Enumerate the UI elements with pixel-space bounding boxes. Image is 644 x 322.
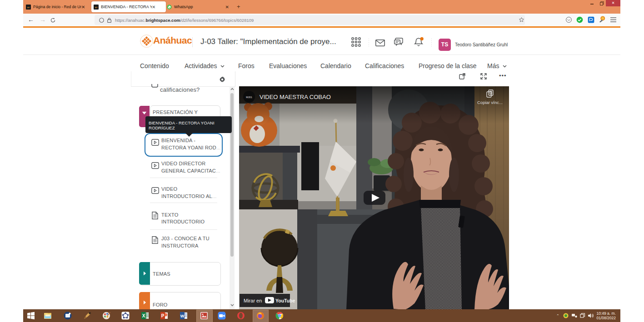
svg-text:X: X (142, 313, 145, 318)
svg-text:YouTube: YouTube (275, 298, 295, 303)
svg-text:VIDEO MAESTRA COBAO: VIDEO MAESTRA COBAO (260, 94, 331, 100)
svg-text:W: W (180, 314, 185, 318)
svg-text:MJ01: MJ01 (246, 96, 252, 99)
svg-text:Copiar vínc...: Copiar vínc... (477, 100, 503, 105)
svg-text:Mirar en: Mirar en (244, 298, 262, 303)
svg-text:an: an (95, 6, 98, 9)
svg-text:an: an (27, 6, 30, 9)
svg-text:P: P (161, 313, 165, 318)
